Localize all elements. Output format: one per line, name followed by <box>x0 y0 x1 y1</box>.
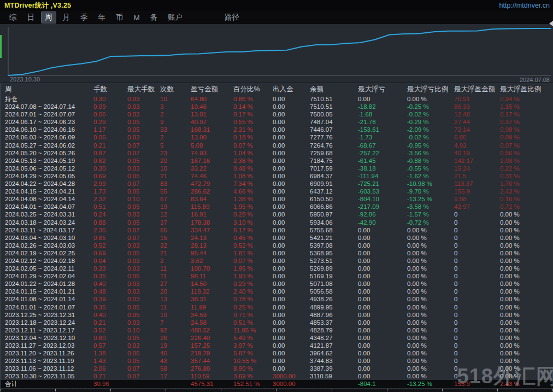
menu-item-周[interactable]: 周 <box>41 11 56 24</box>
cell: 0.00 <box>272 257 309 265</box>
menu-item-M[interactable]: M <box>130 13 144 23</box>
bottom-strip-cell <box>111 389 166 391</box>
cell: 0.00 % <box>406 226 453 234</box>
cell: 0.05 <box>126 249 159 257</box>
table-row: 2024.06.17 ~ 2024.06.230.290.05940.970.5… <box>1 118 553 126</box>
cell: 11 <box>159 265 190 272</box>
cell: 0 <box>453 334 499 342</box>
cell: 0.00 % <box>499 311 553 319</box>
cell: 7446.07 <box>309 126 357 133</box>
cell: 0.09 % <box>499 133 553 141</box>
cell: 0.17 % <box>499 110 553 118</box>
cell: 0.00 <box>272 133 309 141</box>
menu-item-备[interactable]: 备 <box>146 11 162 24</box>
cell: 0.31 % <box>499 172 553 180</box>
cell: 74.46 <box>190 172 232 180</box>
menu-item-年[interactable]: 年 <box>95 11 110 24</box>
header-cell: 百分比% <box>232 85 272 94</box>
menu-item-路径[interactable]: 路径 <box>221 11 243 24</box>
cell: 2024.05.27 ~ 2024.06.02 <box>1 142 92 149</box>
app-url-link[interactable]: http://mtdriver.cn <box>499 2 550 9</box>
cell: 2.38 % <box>232 157 272 165</box>
cell: 0.05 <box>126 349 159 357</box>
cell: 30.96 <box>92 380 126 388</box>
cell: 32 <box>159 242 190 249</box>
menu-item-币[interactable]: 币 <box>112 11 127 24</box>
cell: 0.00 % <box>499 334 553 342</box>
bottom-strip-cell <box>56 389 111 391</box>
cell: 6.17 % <box>232 226 272 234</box>
menu-item-账户[interactable]: 账户 <box>164 11 186 24</box>
cell: 0 <box>453 234 499 242</box>
header-cell: 最大浮亏比例 <box>406 85 453 94</box>
cell: 0.00 <box>272 334 309 342</box>
cell: 10.55 % <box>232 357 272 365</box>
cell: 0.52 <box>92 242 126 249</box>
cell: 15.24 <box>453 165 499 172</box>
cell: 0.00 <box>272 188 309 195</box>
cell: 合计 <box>1 380 92 388</box>
cell: 0.03 <box>126 319 159 326</box>
cell: 5368.95 <box>309 249 357 257</box>
cell: 40.97 <box>190 118 232 126</box>
cell: 152.51 % <box>232 380 272 388</box>
cell: 5397.08 <box>309 242 357 249</box>
cell: 0.00 % <box>406 334 453 342</box>
cell: 1.04 % <box>232 149 272 157</box>
cell: 5950.97 <box>309 210 357 218</box>
menu-item-综[interactable]: 综 <box>5 11 21 24</box>
cell: 0.00 % <box>406 288 453 295</box>
cell: 0.45 % <box>232 234 272 242</box>
table-row: 2023.10.30 ~ 2023.11.050.710.0717110.593… <box>1 372 553 380</box>
menu-item-季[interactable]: 季 <box>77 11 92 24</box>
cell: 0.03 <box>126 242 159 249</box>
scroll-arrow-icon[interactable] <box>549 21 553 26</box>
cell: 0.00 <box>357 95 406 103</box>
cell: 168.31 <box>190 126 232 133</box>
cell: 2023.12.25 ~ 2023.12.31 <box>1 311 92 319</box>
cell: 21.5 <box>453 172 499 180</box>
cell: -2.09 % <box>406 126 453 133</box>
cell: 6984.37 <box>309 172 357 180</box>
cell: 7510.51 <box>309 103 357 110</box>
cell: 5421.21 <box>309 234 357 242</box>
cell: 0.06 <box>92 110 126 118</box>
cell: 0.05 <box>126 311 159 319</box>
cell: 0.88 <box>92 219 126 226</box>
cell: 83.64 <box>190 195 232 203</box>
cell: 10.46 <box>190 103 232 110</box>
cell: 2024.01.15 ~ 2024.01.21 <box>1 288 92 295</box>
cell: 0.48 % <box>232 165 272 172</box>
cell: 0.29 <box>92 118 126 126</box>
cell: 37 <box>159 219 190 226</box>
menu-item-月[interactable]: 月 <box>59 11 74 24</box>
cell: 0.00 <box>272 342 309 349</box>
table-row: 2023.11.20 ~ 2023.11.261.380.0540219.795… <box>1 349 553 357</box>
table-row: 2024.03.18 ~ 2024.03.240.880.0537178.383… <box>1 219 553 226</box>
cell <box>309 380 357 388</box>
cell: 0.00 % <box>406 349 453 357</box>
cell: 0.00 <box>272 118 309 126</box>
cell: 0 <box>453 265 499 272</box>
cell: 0.00 <box>357 372 406 380</box>
cell: 1.38 % <box>232 195 272 203</box>
header-cell: 盈亏金额 <box>190 85 232 94</box>
cell: 0.00 <box>357 288 406 295</box>
cell: -1.68 <box>357 110 406 118</box>
cell: 17 <box>159 372 190 380</box>
bottom-strip-cell <box>498 389 553 391</box>
cell: -21.78 <box>357 118 406 126</box>
cell: 9 <box>159 118 190 126</box>
cell: 16.91 <box>190 210 232 218</box>
cell: 11 <box>159 303 190 311</box>
cell: 2024.05.20 ~ 2024.05.26 <box>1 149 92 157</box>
cell: 72.14 <box>453 126 499 133</box>
cell: 1.17 <box>92 126 126 133</box>
bottom-strip-cell <box>221 389 276 391</box>
cell: 2024.04.22 ~ 2024.04.28 <box>1 180 92 188</box>
cell: 0.00 % <box>406 249 453 257</box>
cell: 0.00 % <box>499 234 553 242</box>
cell: 23 <box>159 149 190 157</box>
cell: 0.29 % <box>232 280 272 288</box>
menu-item-日[interactable]: 日 <box>23 11 39 24</box>
